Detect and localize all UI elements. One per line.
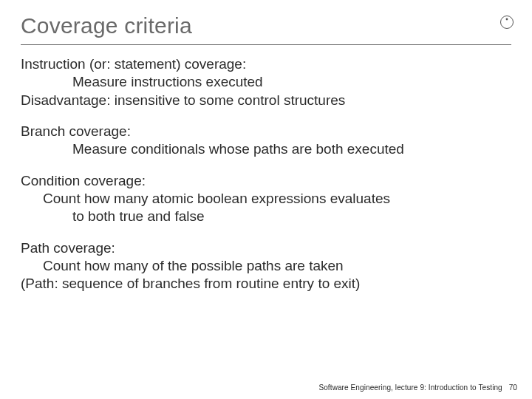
title-rule [21, 44, 511, 45]
page-number: 70 [509, 383, 517, 392]
section-instruction: Instruction (or: statement) coverage: Me… [21, 55, 511, 109]
slide-footer: Software Engineering, lecture 9: Introdu… [318, 383, 517, 392]
svg-point-1 [506, 18, 508, 21]
section-tail: (Path: sequence of branches from routine… [21, 275, 511, 293]
section-detail: Count how many atomic boolean expression… [43, 190, 511, 208]
slide: Coverage criteria Instruction (or: state… [0, 0, 532, 399]
section-tail: Disadvantage: insensitive to some contro… [21, 92, 511, 109]
section-lead: Branch coverage: [21, 123, 511, 140]
section-detail: Count how many of the possible paths are… [43, 257, 511, 275]
section-lead: Path coverage: [21, 239, 511, 257]
section-detail: Measure conditionals whose paths are bot… [72, 140, 511, 158]
ring-icon [499, 15, 514, 30]
section-path: Path coverage: Count how many of the pos… [21, 239, 511, 293]
svg-point-0 [501, 16, 514, 29]
section-detail: Measure instructions executed [72, 73, 511, 91]
slide-body: Instruction (or: statement) coverage: Me… [21, 55, 511, 293]
section-branch: Branch coverage: Measure conditionals wh… [21, 123, 511, 159]
section-lead: Instruction (or: statement) coverage: [21, 55, 511, 73]
section-lead: Condition coverage: [21, 172, 511, 190]
section-detail-cont: to both true and false [72, 208, 511, 225]
section-condition: Condition coverage: Count how many atomi… [21, 172, 511, 226]
footer-text: Software Engineering, lecture 9: Introdu… [318, 383, 502, 392]
slide-title: Coverage criteria [21, 13, 511, 38]
